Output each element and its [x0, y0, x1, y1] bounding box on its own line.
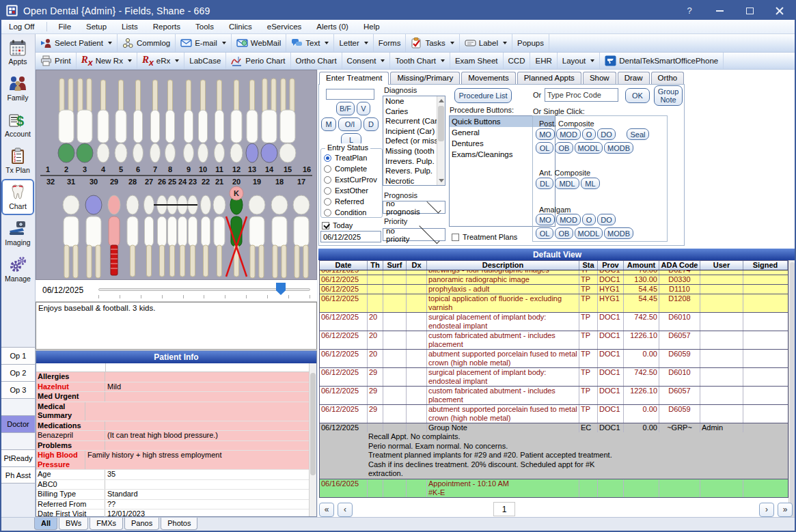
procedure-row[interactable]: 06/12/2025bitewings - four radiographic …	[320, 270, 788, 275]
last-page-button[interactable]: »	[778, 503, 793, 517]
qb-amalgam-do[interactable]: DO	[597, 214, 616, 225]
qb-amalgam-mo[interactable]: MO	[536, 214, 555, 225]
tooth-chart-button[interactable]: Tooth Chart	[390, 53, 450, 69]
procedure-row[interactable]: 06/12/2025topical application of fluorid…	[320, 294, 788, 313]
proc-code-input[interactable]: Type Proc Code	[545, 88, 618, 102]
ehr-button[interactable]: EHR	[530, 53, 557, 69]
ccd-button[interactable]: CCD	[504, 53, 531, 69]
close-button[interactable]	[765, 1, 795, 20]
qb-postcomp-ol[interactable]: OL	[536, 142, 553, 154]
patient-info-row[interactable]: Allergies	[36, 372, 316, 382]
priority-dropdown[interactable]: no priority	[383, 228, 445, 241]
patient-info-row[interactable]: Med Urgent	[36, 392, 316, 402]
operatory-doctor[interactable]: Doctor	[1, 415, 35, 432]
tasks-button[interactable]: Tasks	[406, 34, 459, 52]
minimize-button[interactable]	[704, 1, 735, 20]
commlog-button[interactable]: Commlog	[118, 34, 176, 52]
menu-help[interactable]: Help	[356, 21, 387, 32]
consent-button[interactable]: Consent	[342, 53, 391, 69]
diagnosis-item[interactable]: Recurrent (Car	[383, 116, 437, 126]
qb-amalgam-mod[interactable]: MOD	[556, 214, 581, 225]
sidebar-item-chart[interactable]: Chart	[1, 179, 34, 215]
label-button[interactable]: Label	[460, 34, 512, 52]
prev-page-button[interactable]: ‹	[338, 503, 353, 517]
prognosis-dropdown[interactable]: no prognosis	[383, 201, 445, 214]
email-button[interactable]: E-mail	[176, 34, 232, 52]
patient-info-row[interactable]: Medical Summary	[36, 402, 316, 421]
qb-antcomp-dl[interactable]: DL	[536, 178, 553, 189]
diagnosis-item[interactable]: None	[383, 96, 437, 107]
next-page-button[interactable]: ›	[759, 503, 774, 517]
tab-show[interactable]: Show	[583, 72, 616, 85]
maximize-button[interactable]	[735, 1, 765, 20]
new-rx-button[interactable]: RxNew Rx	[77, 53, 137, 69]
patient-info-row[interactable]: HazelnutMild	[36, 382, 316, 393]
tab-draw[interactable]: Draw	[618, 72, 650, 85]
diagnosis-item[interactable]: Incipient (Car)	[383, 126, 437, 137]
patient-info-scrollbar[interactable]	[309, 363, 316, 516]
sidebar-item-account[interactable]: $ Account	[1, 107, 34, 143]
procedure-row[interactable]: 06/12/202529surgical placement of implan…	[320, 368, 788, 387]
qb-amalgam-ob[interactable]: OB	[555, 227, 573, 239]
surface-entry-field[interactable]	[326, 89, 374, 100]
tab-photos[interactable]: Photos	[161, 518, 197, 530]
first-page-button[interactable]: «	[319, 503, 334, 517]
menu-setup[interactable]: Setup	[79, 21, 114, 32]
ortho-chart-button[interactable]: Ortho Chart	[291, 53, 342, 69]
diagnosis-scrollbar[interactable]	[437, 96, 445, 185]
menu-tools[interactable]: Tools	[188, 21, 221, 32]
qb-postcomp-mod[interactable]: MOD	[556, 128, 581, 140]
menu-eservices[interactable]: eServices	[260, 21, 310, 32]
layout-button[interactable]: Layout	[558, 53, 601, 69]
patient-info-row[interactable]: High Blood PressureFamily history + high…	[36, 451, 316, 470]
tab-missing-primary[interactable]: Missing/Primary	[390, 72, 460, 85]
patient-info-row[interactable]: Benazepril(It can treat high blood press…	[36, 431, 316, 441]
patient-info-row[interactable]: Billing TypeStandard	[36, 490, 316, 500]
labcase-button[interactable]: LabCase	[184, 53, 226, 69]
graphical-tooth-chart[interactable]: 1234567891011121314151632313029282726252…	[36, 70, 317, 280]
menu-log-off[interactable]: Log Off	[1, 21, 42, 32]
sidebar-item-appts[interactable]: Appts	[1, 34, 34, 70]
patient-info-row[interactable]: Problems	[36, 441, 316, 451]
operatory-op1[interactable]: Op 1	[1, 347, 35, 364]
patient-info-row[interactable]: Medications	[36, 421, 316, 432]
exam-sheet-button[interactable]: Exam Sheet	[450, 53, 504, 69]
forms-button[interactable]: Forms	[374, 34, 407, 52]
sidebar-item-manage[interactable]: Manage	[1, 251, 34, 288]
surface-oi-button[interactable]: O/I	[338, 117, 361, 131]
qb-antcomp-ml[interactable]: ML	[581, 178, 600, 189]
qb-amalgam-modb[interactable]: MODB	[604, 227, 633, 239]
date-slider-thumb[interactable]	[276, 283, 286, 295]
qb-amalgam-ol[interactable]: OL	[536, 227, 553, 239]
treatment-plans-checkbox[interactable]: Treatment Plans	[452, 232, 517, 242]
patient-info-row[interactable]: ABC0	[36, 480, 316, 490]
qb-postcomp-mo[interactable]: MO	[536, 128, 555, 140]
select-patient-button[interactable]: Select Patient	[36, 34, 118, 52]
qb-antcomp-mdl[interactable]: MDL	[555, 178, 579, 189]
qb-postcomp-seal[interactable]: Seal	[627, 128, 649, 140]
grid-header-row[interactable]: DateThSurfDxDescriptionStaProvAmountADA …	[320, 260, 788, 270]
qb-postcomp-modb[interactable]: MODB	[604, 142, 633, 154]
today-checkbox[interactable]: Today	[322, 220, 353, 231]
diagnosis-item[interactable]: Irrevers. Pulp.	[383, 156, 437, 167]
popups-button[interactable]: Popups	[512, 34, 549, 52]
tab-panos[interactable]: Panos	[124, 518, 159, 530]
procedure-list-button[interactable]: Procedure List	[454, 88, 512, 103]
radio-complete[interactable]: Complete	[324, 163, 382, 174]
grid-vertical-scrollbar[interactable]	[788, 260, 796, 532]
sidebar-item-family[interactable]: Family	[1, 70, 34, 107]
menu-clinics[interactable]: Clinics	[221, 21, 260, 32]
radio-exstother[interactable]: ExstOther	[324, 185, 382, 196]
radio-treatplan[interactable]: TreatPlan	[324, 152, 382, 163]
qb-postcomp-modl[interactable]: MODL	[575, 142, 603, 154]
text-button[interactable]: Text	[286, 34, 334, 52]
diagnosis-listbox[interactable]: None Caries Recurrent (Car Incipient (Ca…	[383, 96, 445, 186]
menu-reports[interactable]: Reports	[146, 21, 188, 32]
tab-enter-treatment[interactable]: Enter Treatment	[319, 72, 389, 85]
ok-button[interactable]: OK	[625, 88, 650, 103]
help-button[interactable]: ?	[674, 1, 704, 20]
patient-info-row[interactable]: Referred From??	[36, 500, 316, 510]
operatory-op3[interactable]: Op 3	[1, 381, 35, 398]
diagnosis-item[interactable]: Necrotic	[383, 176, 437, 186]
letter-button[interactable]: Letter	[334, 34, 373, 52]
